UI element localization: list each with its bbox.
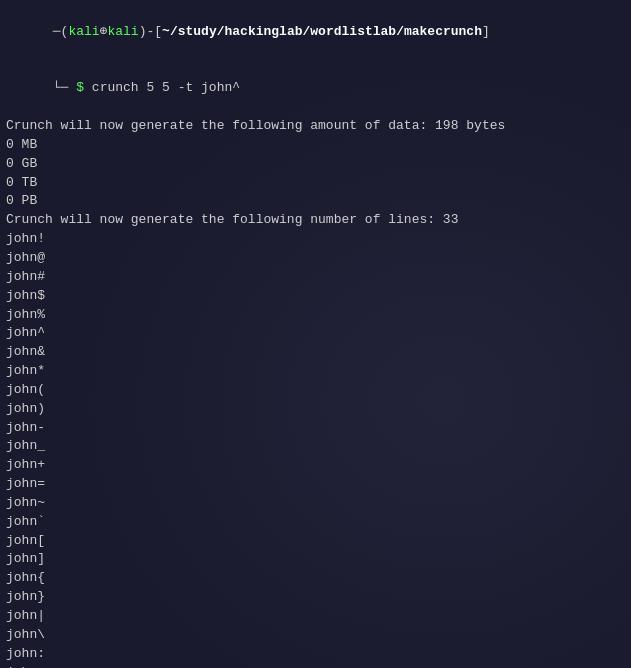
output-line: john` — [6, 513, 625, 532]
output-line: john_ — [6, 437, 625, 456]
prompt-dollar: $ — [68, 80, 84, 95]
output-line: Crunch will now generate the following a… — [6, 117, 625, 136]
output-line: john[ — [6, 532, 625, 551]
terminal-window[interactable]: ─(kali⊕kali)-[~/study/hackinglab/wordlis… — [0, 0, 631, 668]
output-line: john| — [6, 607, 625, 626]
output-line: john] — [6, 550, 625, 569]
output-line: 0 MB — [6, 136, 625, 155]
output-line: john^ — [6, 324, 625, 343]
output-line: john( — [6, 381, 625, 400]
output-line: john} — [6, 588, 625, 607]
prompt-dash: ─( — [53, 24, 69, 39]
prompt-line: ─(kali⊕kali)-[~/study/hackinglab/wordlis… — [6, 4, 625, 61]
output-line: john\ — [6, 626, 625, 645]
output-line: john~ — [6, 494, 625, 513]
output-line: john: — [6, 645, 625, 664]
prompt-host: kali — [107, 24, 138, 39]
output-line: john% — [6, 306, 625, 325]
prompt-bracket2: ] — [482, 24, 490, 39]
output-line: john! — [6, 230, 625, 249]
output-line: john= — [6, 475, 625, 494]
prompt-symbol: └─ — [53, 80, 69, 95]
prompt-path: ~/study/hackinglab/wordlistlab/makecrunc… — [162, 24, 482, 39]
output-line: john- — [6, 419, 625, 438]
output-line: john+ — [6, 456, 625, 475]
output-line: 0 PB — [6, 192, 625, 211]
prompt-bracket1: )-[ — [139, 24, 162, 39]
command-text: crunch 5 5 -t john^ — [84, 80, 240, 95]
output-line: john; — [6, 664, 625, 668]
output-line: john# — [6, 268, 625, 287]
output-line: john& — [6, 343, 625, 362]
output-line: john$ — [6, 287, 625, 306]
output-line: Crunch will now generate the following n… — [6, 211, 625, 230]
output-line: 0 GB — [6, 155, 625, 174]
prompt-user: kali — [68, 24, 99, 39]
output-line: john) — [6, 400, 625, 419]
command-line: └─ $ crunch 5 5 -t john^ — [6, 61, 625, 118]
output-container: Crunch will now generate the following a… — [6, 117, 625, 668]
output-line: john{ — [6, 569, 625, 588]
output-line: 0 TB — [6, 174, 625, 193]
output-line: john@ — [6, 249, 625, 268]
output-line: john* — [6, 362, 625, 381]
